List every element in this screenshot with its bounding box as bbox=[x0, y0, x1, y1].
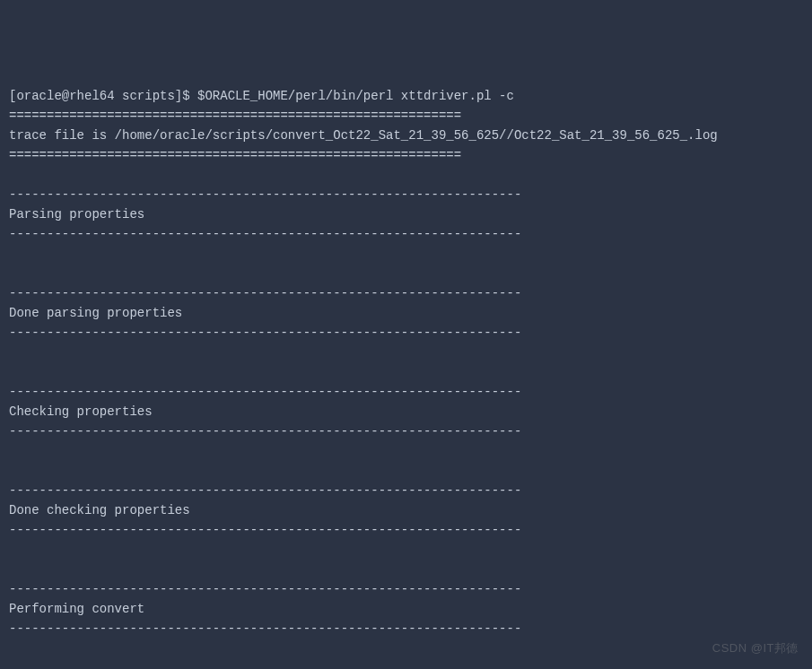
terminal-line bbox=[9, 441, 803, 461]
terminal-line: Performing convert bbox=[9, 599, 803, 619]
terminal-line bbox=[9, 244, 803, 264]
terminal-line bbox=[9, 658, 803, 669]
terminal-line: Done parsing properties bbox=[9, 303, 803, 323]
terminal-line: Done checking properties bbox=[9, 500, 803, 520]
terminal-line: Checking properties bbox=[9, 402, 803, 421]
terminal-line: ========================================… bbox=[9, 106, 803, 126]
terminal-line: ----------------------------------------… bbox=[9, 185, 803, 204]
terminal-line: Parsing properties bbox=[9, 204, 803, 224]
terminal-line: ========================================… bbox=[9, 145, 803, 165]
terminal-line: ----------------------------------------… bbox=[9, 283, 803, 303]
terminal-line bbox=[9, 343, 803, 362]
terminal-line bbox=[9, 165, 803, 185]
terminal-line: trace file is /home/oracle/scripts/conve… bbox=[9, 126, 803, 145]
terminal-line: [oracle@rhel64 scripts]$ $ORACLE_HOME/pe… bbox=[9, 86, 803, 106]
terminal-line bbox=[9, 639, 803, 658]
terminal-line: ----------------------------------------… bbox=[9, 481, 803, 500]
terminal-line: ----------------------------------------… bbox=[9, 323, 803, 343]
terminal-line: ----------------------------------------… bbox=[9, 382, 803, 402]
terminal-line: ----------------------------------------… bbox=[9, 579, 803, 599]
terminal-line bbox=[9, 362, 803, 382]
terminal-output: [oracle@rhel64 scripts]$ $ORACLE_HOME/pe… bbox=[9, 86, 803, 669]
watermark-text: CSDN @IT邦德 bbox=[712, 639, 799, 658]
terminal-line bbox=[9, 461, 803, 481]
terminal-line bbox=[9, 560, 803, 579]
terminal-line bbox=[9, 540, 803, 560]
terminal-line: ----------------------------------------… bbox=[9, 520, 803, 540]
terminal-line: ----------------------------------------… bbox=[9, 421, 803, 441]
terminal-line bbox=[9, 264, 803, 283]
terminal-line: ----------------------------------------… bbox=[9, 619, 803, 639]
terminal-line: ----------------------------------------… bbox=[9, 224, 803, 244]
